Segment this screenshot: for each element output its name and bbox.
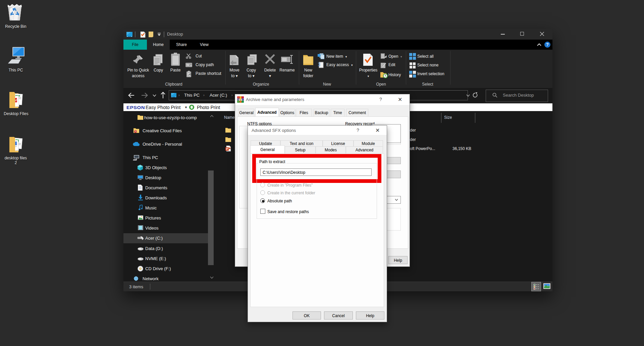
svg-text:P: P xyxy=(226,147,228,151)
